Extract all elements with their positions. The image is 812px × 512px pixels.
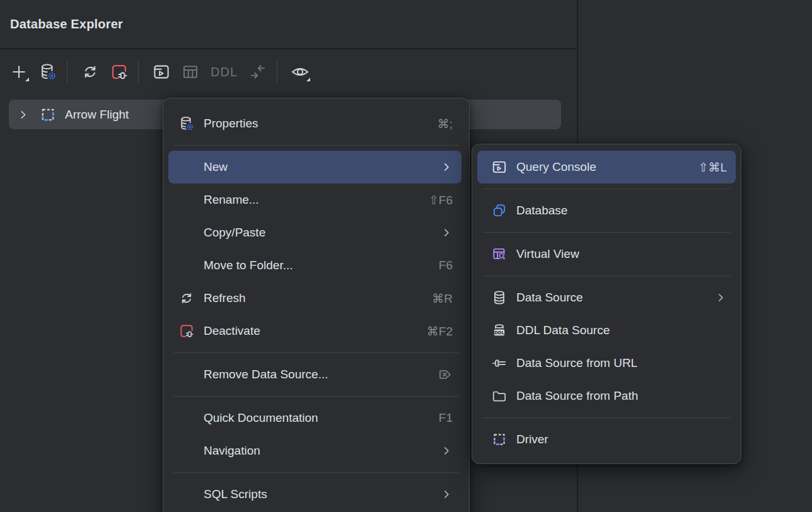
menu-item-label: Driver — [516, 433, 727, 446]
toolbar-separator — [138, 61, 139, 83]
folder-icon — [491, 388, 508, 404]
menu-item-label: Deactivate — [204, 324, 415, 338]
tree-row-label: Arrow Flight — [65, 108, 129, 122]
menu-separator — [173, 145, 459, 146]
menu-shortcut: F1 — [439, 411, 453, 425]
menu-separator — [173, 396, 459, 397]
toolbar-separator — [277, 61, 277, 83]
menu-item-copy-paste[interactable]: Copy/Paste — [168, 216, 461, 249]
menu-item-label: Move to Folder... — [204, 259, 427, 272]
submenu-item-ddl-data-source[interactable]: DDL DDL Data Source — [477, 314, 736, 347]
menu-item-properties[interactable]: Properties ⌘; — [168, 107, 461, 140]
menu-separator — [173, 352, 459, 353]
jump-to-query-console-button[interactable] — [149, 59, 174, 84]
menu-item-label: DDL Data Source — [516, 323, 727, 337]
submenu-item-virtual-view[interactable]: Virtual View — [477, 238, 736, 271]
menu-item-label: Copy/Paste — [204, 226, 429, 240]
context-menu: Properties ⌘; New Rename... ⇧F6 Copy/Pas… — [163, 98, 470, 512]
menu-item-label: Navigation — [204, 444, 429, 458]
menu-item-move-to-folder[interactable]: Move to Folder... F6 — [168, 249, 461, 282]
menu-item-label: New — [204, 160, 429, 174]
menu-item-label: Virtual View — [516, 247, 727, 261]
menu-shortcut: ⇧F6 — [429, 193, 453, 207]
jump-to-last-console-button[interactable] — [245, 59, 270, 84]
menu-item-label: Properties — [204, 117, 426, 131]
submenu-item-data-source[interactable]: Data Source — [477, 281, 736, 314]
menu-shortcut: F6 — [439, 259, 453, 272]
submenu-item-database[interactable]: Database — [477, 194, 736, 227]
menu-item-label: Data Source — [516, 291, 703, 305]
query-console-icon — [491, 159, 508, 175]
ddl-button-label: DDL — [207, 65, 241, 79]
refresh-button[interactable] — [78, 59, 103, 84]
deactivate-icon — [110, 62, 129, 81]
query-console-icon — [152, 62, 171, 81]
menu-item-sql-scripts[interactable]: SQL Scripts — [168, 478, 461, 511]
menu-shortcut: ⇧⌘L — [699, 160, 728, 175]
submenu-arrow-icon — [440, 161, 453, 173]
menu-shortcut: ⌘R — [432, 291, 453, 306]
menu-item-refresh[interactable]: Refresh ⌘R — [168, 282, 461, 315]
menu-shortcut: ⌘F2 — [427, 324, 453, 339]
submenu-item-data-source-from-url[interactable]: Data Source from URL — [477, 347, 736, 380]
table-icon — [181, 62, 200, 81]
open-table-button[interactable] — [178, 59, 203, 84]
new-submenu: Query Console ⇧⌘L Database Virtual View — [472, 144, 741, 464]
database-icon — [491, 202, 508, 219]
tool-window-header: Database Explorer — [0, 0, 577, 49]
menu-item-label: Remove Data Source... — [204, 368, 426, 381]
submenu-item-data-source-from-path[interactable]: Data Source from Path — [477, 380, 736, 412]
add-button[interactable] — [6, 59, 32, 84]
submenu-arrow-icon — [440, 226, 453, 239]
menu-separator — [482, 232, 731, 233]
submenu-item-driver[interactable]: Driver — [477, 423, 736, 456]
submenu-arrow-icon — [440, 445, 453, 457]
menu-shortcut: ⌘; — [438, 117, 453, 131]
menu-item-label: Refresh — [204, 291, 420, 305]
refresh-icon — [178, 290, 195, 306]
submenu-arrow-icon — [714, 291, 727, 304]
menu-item-quick-documentation[interactable]: Quick Documentation F1 — [168, 402, 461, 434]
data-source-properties-icon — [38, 62, 57, 81]
deactivate-button[interactable] — [107, 59, 132, 84]
data-source-properties-button[interactable] — [35, 59, 61, 84]
menu-item-rename[interactable]: Rename... ⇧F6 — [168, 183, 461, 216]
plug-icon — [491, 355, 508, 371]
menu-item-label: Data Source from Path — [516, 389, 727, 403]
menu-item-remove-data-source[interactable]: Remove Data Source... — [168, 358, 461, 391]
toolbar-separator — [67, 61, 67, 83]
svg-text:DDL: DDL — [494, 330, 504, 335]
submenu-item-query-console[interactable]: Query Console ⇧⌘L — [477, 151, 736, 183]
dropdown-corner-icon — [25, 78, 29, 81]
menu-item-navigation[interactable]: Navigation — [168, 434, 461, 467]
data-source-properties-icon — [178, 115, 195, 132]
menu-item-label: Quick Documentation — [204, 411, 427, 425]
refresh-icon — [81, 62, 100, 81]
delete-icon — [438, 367, 453, 382]
menu-separator — [482, 189, 731, 189]
jump-to-console-icon — [248, 62, 267, 81]
page-title: Database Explorer — [10, 17, 123, 32]
submenu-arrow-icon — [440, 488, 453, 501]
menu-separator — [482, 276, 731, 276]
menu-item-label: Data Source from URL — [516, 356, 727, 370]
menu-separator — [482, 417, 731, 418]
menu-separator — [173, 472, 459, 473]
ddl-data-source-icon: DDL — [491, 322, 508, 339]
dropdown-corner-icon — [306, 78, 310, 81]
menu-item-deactivate[interactable]: Deactivate ⌘F2 — [168, 315, 461, 347]
virtual-view-icon — [491, 246, 508, 262]
driver-icon — [491, 431, 508, 448]
menu-item-new[interactable]: New — [168, 151, 461, 183]
menu-item-label: Rename... — [204, 193, 417, 207]
menu-item-label: Query Console — [516, 160, 687, 174]
ddl-button[interactable]: DDL — [207, 59, 241, 84]
menu-item-label: SQL Scripts — [204, 487, 429, 501]
menu-item-label: Database — [516, 204, 727, 218]
chevron-right-icon[interactable] — [16, 108, 30, 122]
database-toolbar: DDL — [0, 50, 577, 93]
view-options-button[interactable] — [287, 59, 313, 84]
deactivate-icon — [178, 323, 195, 339]
data-source-icon — [491, 289, 508, 306]
driver-icon — [39, 106, 57, 124]
